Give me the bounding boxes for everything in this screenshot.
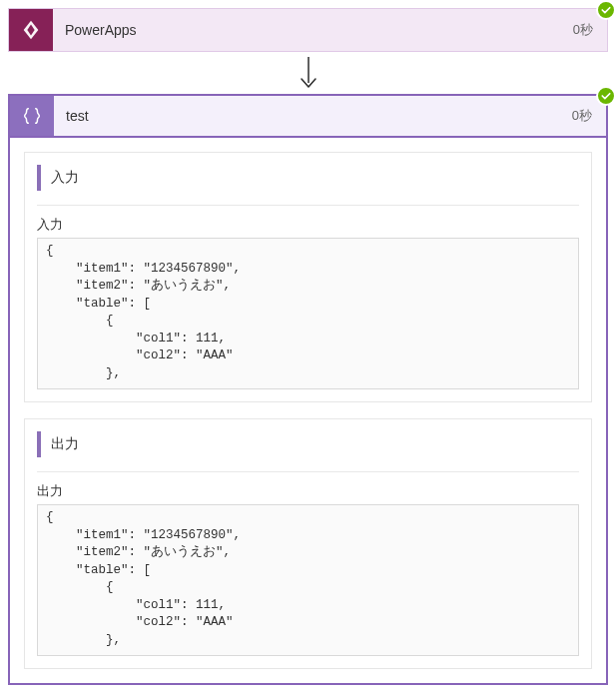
- inputs-header: 入力: [37, 165, 579, 191]
- outputs-header: 出力: [37, 431, 579, 457]
- divider: [37, 205, 579, 206]
- flow-step-test[interactable]: test 0秒 入力 入力 { "item1": "1234567890", "…: [8, 94, 608, 685]
- compose-icon: [10, 96, 54, 136]
- step-detail-body: 入力 入力 { "item1": "1234567890", "item2": …: [8, 138, 608, 685]
- outputs-body[interactable]: { "item1": "1234567890", "item2": "あいうえお…: [37, 504, 579, 656]
- braces-icon: [21, 105, 43, 127]
- divider: [37, 471, 579, 472]
- step-row: PowerApps 0秒: [8, 8, 608, 52]
- inputs-section: 入力 入力 { "item1": "1234567890", "item2": …: [24, 152, 592, 402]
- status-success-icon: [596, 0, 616, 20]
- outputs-section: 出力 出力 { "item1": "1234567890", "item2": …: [24, 418, 592, 669]
- outputs-label: 出力: [37, 482, 579, 500]
- arrow-down-icon: [297, 55, 320, 91]
- flow-step-powerapps[interactable]: PowerApps 0秒: [8, 8, 608, 52]
- step-title: PowerApps: [53, 9, 559, 51]
- arrow-connector: [8, 52, 608, 94]
- step-title: test: [54, 96, 558, 136]
- powerapps-icon: [9, 9, 53, 51]
- step-row: test 0秒: [8, 94, 608, 138]
- diamond-icon: [20, 19, 42, 41]
- status-success-icon: [596, 86, 616, 106]
- inputs-label: 入力: [37, 216, 579, 234]
- inputs-body[interactable]: { "item1": "1234567890", "item2": "あいうえお…: [37, 238, 579, 389]
